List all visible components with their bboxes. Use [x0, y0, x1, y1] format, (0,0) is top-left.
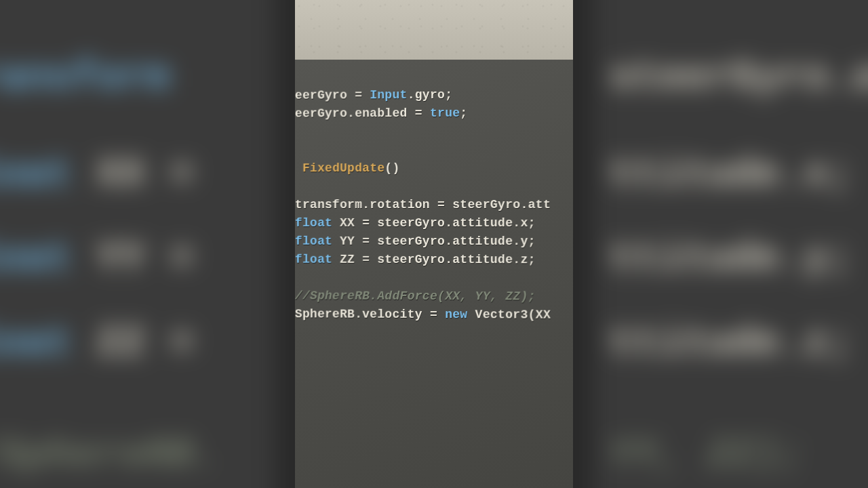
code-line: transform.rotation = steerGyro.att [295, 198, 551, 211]
center-photo-panel: teerGyro = Input.gyro; teerGyro.enabled … [295, 0, 573, 488]
monitor-screen: teerGyro = Input.gyro; teerGyro.enabled … [295, 60, 573, 488]
code-line: //SphereRB.AddForce(XX, YY, ZZ); [295, 289, 536, 303]
bg-text: ttitude.y; [610, 236, 853, 282]
code-line: teerGyro = Input.gyro; [295, 88, 452, 102]
bg-text: transform [0, 55, 170, 101]
bg-text: YY = [72, 236, 193, 282]
bg-right-code: steerGyro.att ttitude.x; ttitude.y; ttit… [594, 0, 868, 488]
bg-left-code: transform float XX = float YY = float ZZ… [0, 0, 274, 488]
bg-text: steerGyro.att [610, 55, 868, 101]
bg-text: YY, ZZ); [610, 432, 804, 479]
code-line: teerGyro.enabled = true; [295, 106, 468, 121]
bg-text: float [0, 320, 72, 366]
code-line: d FixedUpdate() [295, 161, 400, 175]
bg-text: ttitude.z; [610, 320, 853, 366]
bg-text: ttitude.x; [610, 151, 853, 197]
bg-text: float [0, 151, 72, 197]
bg-text: //SphereRB. [0, 432, 218, 479]
code-line: float ZZ = steerGyro.attitude.z; [295, 253, 536, 267]
code-line: SphereRB.velocity = new Vector3(XX [295, 307, 551, 321]
bg-text: XX = [72, 151, 193, 197]
ceiling-area [295, 0, 573, 60]
code-block: teerGyro = Input.gyro; teerGyro.enabled … [295, 67, 573, 343]
code-line: float YY = steerGyro.attitude.y; [295, 235, 536, 248]
bg-text: float [0, 236, 72, 282]
bg-text: ZZ = [72, 320, 193, 366]
code-line: float XX = steerGyro.attitude.x; [295, 216, 536, 230]
